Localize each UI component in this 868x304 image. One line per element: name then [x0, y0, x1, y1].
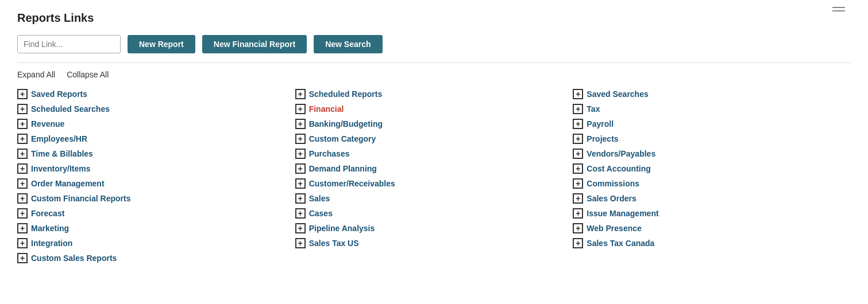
find-link-input[interactable] [17, 35, 121, 53]
plus-icon-revenue: + [17, 119, 28, 129]
item-label-customer-receivables: Customer/Receivables [309, 179, 395, 188]
tree-item-inventory-items[interactable]: +Inventory/Items [17, 163, 295, 174]
plus-icon-custom-financial-reports: + [17, 193, 28, 204]
item-label-purchases: Purchases [309, 149, 350, 158]
tree-item-marketing[interactable]: +Marketing [17, 223, 295, 234]
page-title: Reports Links [17, 11, 851, 25]
item-label-payroll: Payroll [587, 119, 614, 128]
tree-item-tax[interactable]: +Tax [573, 103, 851, 115]
plus-icon-web-presence: + [573, 223, 583, 233]
plus-icon-cases: + [295, 208, 306, 219]
tree-item-sales-tax-us[interactable]: +Sales Tax US [295, 237, 573, 249]
plus-icon-financial: + [295, 104, 306, 114]
tree-item-sales-tax-canada[interactable]: +Sales Tax Canada [573, 237, 851, 249]
tree-item-payroll[interactable]: +Payroll [573, 118, 851, 130]
tree-item-customer-receivables[interactable]: +Customer/Receivables [295, 178, 573, 189]
item-label-time-billables: Time & Billables [31, 149, 93, 158]
plus-icon-purchases: + [295, 149, 306, 159]
collapse-all-link[interactable]: Collapse All [67, 70, 109, 79]
tree-item-integration[interactable]: +Integration [17, 237, 295, 249]
tree-item-scheduled-searches[interactable]: +Scheduled Searches [17, 103, 295, 115]
tree-item-custom-category[interactable]: +Custom Category [295, 133, 573, 145]
reports-grid: +Saved Reports+Scheduled Searches+Revenu… [17, 88, 851, 264]
column-col1: +Saved Reports+Scheduled Searches+Revenu… [17, 88, 295, 264]
item-label-custom-financial-reports: Custom Financial Reports [31, 194, 130, 203]
tree-item-issue-management[interactable]: +Issue Management [573, 208, 851, 219]
tree-item-cases[interactable]: +Cases [295, 208, 573, 219]
tree-item-custom-financial-reports[interactable]: +Custom Financial Reports [17, 193, 295, 204]
item-label-sales: Sales [309, 194, 330, 203]
item-label-inventory-items: Inventory/Items [31, 164, 90, 173]
plus-icon-inventory-items: + [17, 163, 28, 174]
tree-item-demand-planning[interactable]: +Demand Planning [295, 163, 573, 174]
item-label-cost-accounting: Cost Accounting [587, 164, 650, 173]
plus-icon-commissions: + [573, 178, 583, 189]
tree-item-banking-budgeting[interactable]: +Banking/Budgeting [295, 118, 573, 130]
plus-icon-cost-accounting: + [573, 163, 583, 174]
item-label-vendors-payables: Vendors/Payables [587, 149, 655, 158]
item-label-tax: Tax [587, 104, 600, 114]
plus-icon-sales: + [295, 193, 306, 204]
new-report-button[interactable]: New Report [128, 35, 195, 53]
plus-icon-payroll: + [573, 119, 583, 129]
tree-item-revenue[interactable]: +Revenue [17, 118, 295, 130]
plus-icon-vendors-payables: + [573, 149, 583, 159]
item-label-forecast: Forecast [31, 209, 64, 218]
expand-all-link[interactable]: Expand All [17, 70, 55, 79]
tree-item-sales[interactable]: +Sales [295, 193, 573, 204]
item-label-employees-hr: Employees/HR [31, 134, 87, 143]
item-label-issue-management: Issue Management [587, 209, 658, 218]
new-search-button[interactable]: New Search [314, 35, 382, 53]
plus-icon-time-billables: + [17, 149, 28, 159]
plus-icon-banking-budgeting: + [295, 119, 306, 129]
new-financial-report-button[interactable]: New Financial Report [202, 35, 307, 53]
plus-icon-scheduled-reports: + [295, 89, 306, 99]
plus-icon-marketing: + [17, 223, 28, 233]
tree-item-custom-sales-reports[interactable]: +Custom Sales Reports [17, 252, 295, 264]
item-label-commissions: Commissions [587, 179, 639, 188]
item-label-sales-tax-us: Sales Tax US [309, 239, 359, 248]
plus-icon-issue-management: + [573, 208, 583, 219]
plus-icon-pipeline-analysis: + [295, 223, 306, 233]
item-label-demand-planning: Demand Planning [309, 164, 377, 173]
plus-icon-sales-tax-us: + [295, 238, 306, 248]
item-label-saved-searches: Saved Searches [587, 89, 648, 99]
toolbar: New Report New Financial Report New Sear… [17, 35, 851, 63]
tree-item-employees-hr[interactable]: +Employees/HR [17, 133, 295, 145]
plus-icon-tax: + [573, 104, 583, 114]
plus-icon-saved-searches: + [573, 89, 583, 99]
plus-icon-order-management: + [17, 178, 28, 189]
item-label-saved-reports: Saved Reports [31, 89, 87, 99]
tree-item-saved-searches[interactable]: +Saved Searches [573, 88, 851, 100]
item-label-order-management: Order Management [31, 179, 105, 188]
hamburger-menu-icon[interactable] [832, 7, 845, 11]
plus-icon-forecast: + [17, 208, 28, 219]
tree-item-commissions[interactable]: +Commissions [573, 178, 851, 189]
plus-icon-projects: + [573, 134, 583, 144]
tree-item-forecast[interactable]: +Forecast [17, 208, 295, 219]
plus-icon-employees-hr: + [17, 134, 28, 144]
tree-item-sales-orders[interactable]: +Sales Orders [573, 193, 851, 204]
plus-icon-sales-tax-canada: + [573, 238, 583, 248]
plus-icon-sales-orders: + [573, 193, 583, 204]
tree-item-pipeline-analysis[interactable]: +Pipeline Analysis [295, 223, 573, 234]
expand-collapse-bar: Expand All Collapse All [17, 63, 851, 88]
tree-item-scheduled-reports[interactable]: +Scheduled Reports [295, 88, 573, 100]
tree-item-order-management[interactable]: +Order Management [17, 178, 295, 189]
plus-icon-scheduled-searches: + [17, 104, 28, 114]
item-label-web-presence: Web Presence [587, 224, 641, 233]
tree-item-vendors-payables[interactable]: +Vendors/Payables [573, 148, 851, 159]
tree-item-financial[interactable]: +Financial [295, 103, 573, 115]
plus-icon-customer-receivables: + [295, 178, 306, 189]
item-label-marketing: Marketing [31, 224, 69, 233]
tree-item-saved-reports[interactable]: +Saved Reports [17, 88, 295, 100]
tree-item-web-presence[interactable]: +Web Presence [573, 223, 851, 234]
item-label-financial: Financial [309, 104, 344, 114]
plus-icon-demand-planning: + [295, 163, 306, 174]
item-label-banking-budgeting: Banking/Budgeting [309, 119, 383, 128]
item-label-scheduled-searches: Scheduled Searches [31, 104, 110, 114]
tree-item-projects[interactable]: +Projects [573, 133, 851, 145]
tree-item-cost-accounting[interactable]: +Cost Accounting [573, 163, 851, 174]
tree-item-purchases[interactable]: +Purchases [295, 148, 573, 159]
tree-item-time-billables[interactable]: +Time & Billables [17, 148, 295, 159]
